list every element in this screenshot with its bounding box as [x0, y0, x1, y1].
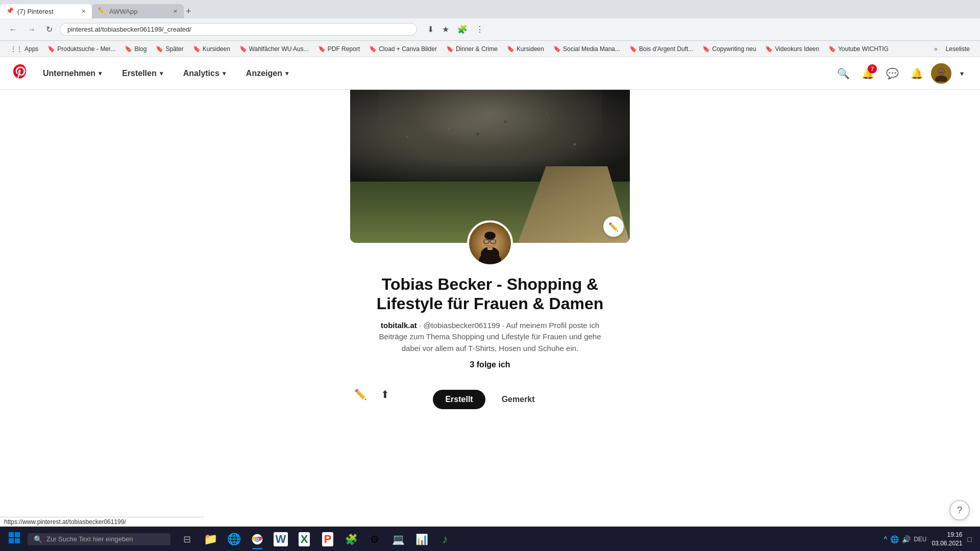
taskbar-clock[interactable]: 19:16 03.06.2021 — [929, 531, 964, 548]
bookmark-produktsuche[interactable]: 🔖 Produktsuche - Mer... — [43, 44, 119, 54]
bookmark-icon-11: 🔖 — [629, 45, 637, 53]
bookmark-kursideen-label: Kursideen — [203, 45, 230, 53]
edit-cover-button[interactable]: ✏️ — [603, 216, 624, 237]
nav-erstellen[interactable]: Erstellen ▾ — [116, 65, 169, 82]
bookmark-blog[interactable]: 🔖 Blog — [120, 44, 151, 54]
taskbar-app-unknown3[interactable]: 💻 — [387, 528, 409, 550]
taskbar-app-unknown1[interactable]: 🧩 — [340, 528, 362, 550]
bookmark-leseliste[interactable]: Leseliste — [942, 44, 974, 54]
bookmark-social[interactable]: 🔖 Social Media Mana... — [549, 44, 624, 54]
bookmark-icon-13: 🔖 — [765, 45, 773, 53]
profile-avatar[interactable] — [467, 220, 513, 266]
tab-awwapp-label: AWWApp — [109, 8, 137, 15]
avatar-button[interactable] — [931, 63, 951, 84]
bookmark-icon-1: 🔖 — [47, 45, 55, 53]
extensions-icon[interactable]: 🧩 — [455, 22, 470, 36]
taskbar-app-unknown2[interactable]: ⚙ — [363, 528, 386, 550]
taskbar-search[interactable]: 🔍 Zur Suche Text hier eingeben — [28, 533, 170, 545]
taskbar-app-excel[interactable]: X — [293, 528, 315, 550]
search-button[interactable]: 🔍 — [833, 63, 853, 84]
back-button[interactable]: ← — [6, 23, 20, 36]
windows-start-button[interactable] — [4, 529, 24, 549]
bookmark-dinner[interactable]: 🔖 Dinner & Crime — [442, 44, 502, 54]
nav-anzeigen[interactable]: Anzeigen ▾ — [240, 65, 295, 82]
edit-profile-icon: ✏️ — [354, 389, 367, 400]
bookmark-kursideen[interactable]: 🔖 Kursideen — [189, 44, 234, 54]
bookmark-blog-label: Blog — [134, 45, 146, 53]
tab-pinterest[interactable]: 📌 (7) Pinterest ✕ — [0, 4, 92, 18]
bookmark-bois[interactable]: 🔖 Bois d'Argent Duft... — [625, 44, 697, 54]
bookmark-leseliste-label: Leseliste — [946, 45, 970, 53]
profile-name: Tobias Becker - Shopping & Lifestyle für… — [350, 274, 630, 314]
tray-icon-notification[interactable]: □ — [968, 535, 972, 543]
taskview-icon: ⊟ — [183, 534, 191, 545]
pinterest-logo[interactable] — [12, 63, 29, 83]
url-bar[interactable]: pinterest.at/tobiasbecker061199/_created… — [60, 23, 417, 36]
profile-following[interactable]: 3 folge ich — [470, 360, 510, 369]
bookmark-produktsuche-label: Produktsuche - Mer... — [57, 45, 115, 53]
download-icon[interactable]: ⬇ — [425, 22, 436, 36]
taskbar-app-chrome[interactable] — [246, 528, 268, 550]
tray-icon-volume[interactable]: 🔊 — [902, 535, 911, 543]
excel-icon: X — [299, 532, 310, 546]
profile-tabs-row: ✏️ ⬆ Erstellt Gemerkt — [350, 380, 630, 409]
tab-pinterest-favicon: 📌 — [6, 7, 14, 15]
share-profile-button[interactable]: ⬆ — [377, 384, 394, 405]
taskbar-app-files[interactable]: 📁 — [199, 528, 222, 550]
forward-button[interactable]: → — [24, 23, 39, 36]
notification-button[interactable]: 🔔 7 — [857, 63, 878, 84]
bookmark-pdf[interactable]: 🔖 PDF Report — [314, 44, 364, 54]
bookmarks-more[interactable]: » — [931, 44, 941, 54]
browser-icon: 🌐 — [227, 533, 241, 546]
bookmark-kursideen2[interactable]: 🔖 Kursideen — [503, 44, 548, 54]
message-button[interactable]: 💬 — [882, 63, 902, 84]
bookmark-cloud[interactable]: 🔖 Cload + Canva Bilder — [365, 44, 441, 54]
account-chevron[interactable]: ▾ — [955, 63, 968, 84]
bookmark-youtube[interactable]: 🔖 Youtube WICHTIG — [824, 44, 893, 54]
alerts-button[interactable]: 🔔 — [906, 63, 927, 84]
bookmark-icon[interactable]: ★ — [440, 22, 451, 36]
tab-gemerkt[interactable]: Gemerkt — [489, 390, 547, 409]
tray-icon-1[interactable]: ^ — [884, 535, 888, 543]
app-icon-4: 📊 — [415, 533, 428, 545]
nav-anzeigen-chevron: ▾ — [285, 70, 288, 77]
profile-website: tobitalk.at — [381, 321, 417, 330]
bookmark-videokurs[interactable]: 🔖 Videokurs Ideen — [761, 44, 823, 54]
bookmark-spaeter-label: Später — [165, 45, 183, 53]
bookmark-apps[interactable]: ⋮⋮ Apps — [6, 44, 42, 54]
help-button[interactable]: ? — [949, 500, 970, 520]
tab-awwapp[interactable]: ✏️ AWWApp ✕ — [92, 4, 184, 18]
taskbar-app-word[interactable]: W — [270, 528, 292, 550]
taskbar-app-powerpoint[interactable]: P — [316, 528, 339, 550]
tab-pinterest-close[interactable]: ✕ — [81, 8, 86, 15]
bookmark-dinner-label: Dinner & Crime — [456, 45, 498, 53]
bookmark-icon-3: 🔖 — [156, 45, 163, 53]
taskbar-apps: ⊟ 📁 🌐 W X P — [176, 528, 456, 550]
tray-icon-network[interactable]: 🌐 — [890, 535, 899, 543]
spotify-icon: ♪ — [443, 533, 448, 546]
taskbar-app-unknown4[interactable]: 📊 — [410, 528, 433, 550]
apps-icon: ⋮⋮ — [10, 45, 22, 53]
taskbar-time: 19:16 — [932, 531, 962, 539]
new-tab-button[interactable]: + — [186, 6, 191, 17]
bookmark-spaeter[interactable]: 🔖 Später — [152, 44, 187, 54]
toolbar-icons: ⬇ ★ 🧩 ⋮ — [425, 22, 486, 36]
tab-awwapp-close[interactable]: ✕ — [173, 8, 178, 15]
nav-analytics[interactable]: Analytics ▾ — [177, 65, 232, 82]
tab-erstellt[interactable]: Erstellt — [433, 390, 485, 409]
refresh-button[interactable]: ↻ — [43, 22, 56, 36]
taskbar-lang[interactable]: DEU — [914, 536, 926, 543]
nav-erstellen-label: Erstellen — [122, 69, 157, 78]
nav-unternehmen[interactable]: Unternehmen ▾ — [37, 65, 108, 82]
edit-profile-button[interactable]: ✏️ — [350, 384, 371, 405]
tab-pinterest-label: (7) Pinterest — [17, 8, 54, 15]
taskbar-app-spotify[interactable]: ♪ — [434, 528, 456, 550]
bookmark-wahlfaec[interactable]: 🔖 Wahlfächer WU Aus... — [235, 44, 313, 54]
bookmarks-bar: ⋮⋮ Apps 🔖 Produktsuche - Mer... 🔖 Blog 🔖… — [0, 41, 980, 57]
settings-icon[interactable]: ⋮ — [474, 22, 486, 36]
nav-anzeigen-label: Anzeigen — [246, 69, 282, 78]
bookmark-copy[interactable]: 🔖 Copywriting neu — [698, 44, 760, 54]
taskbar-app-taskview[interactable]: ⊟ — [176, 528, 198, 550]
taskbar-app-browser[interactable]: 🌐 — [223, 528, 245, 550]
app-icon-1: 🧩 — [345, 533, 358, 545]
